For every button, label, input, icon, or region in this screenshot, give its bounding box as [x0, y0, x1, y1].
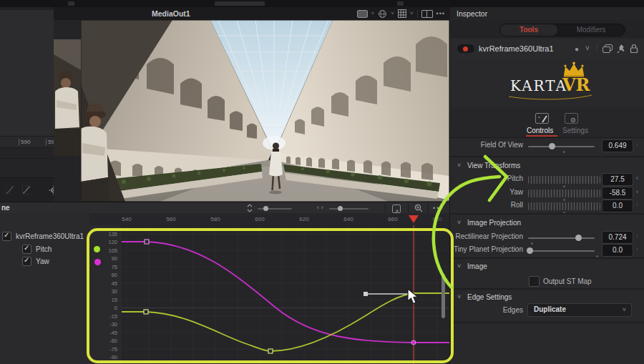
dual-view-icon[interactable]: [421, 10, 433, 18]
axis-label: 105: [108, 247, 117, 254]
chevron-down-icon[interactable]: ˅: [410, 9, 414, 19]
keyframe-prev-icon[interactable]: ‹: [636, 201, 638, 208]
keyframe-prev-icon[interactable]: ‹: [636, 245, 638, 252]
viewer-canvas[interactable]: [81, 20, 449, 202]
tree-item-pitch[interactable]: Pitch: [22, 245, 52, 254]
section-edge-settings[interactable]: ˅ Edge Settings: [450, 292, 644, 303]
checkbox-checked-icon[interactable]: [22, 257, 31, 266]
tiny-planet-slider[interactable]: [528, 250, 595, 252]
spline-value-axis: 135 120 105 90 75 60 45 30 15 0 -15 -30 …: [93, 225, 122, 364]
vertical-zoom-icon[interactable]: [246, 204, 253, 212]
tiny-planet-value[interactable]: 0.0: [602, 244, 633, 257]
divider: [408, 204, 409, 212]
rectilinear-value[interactable]: 0.724: [602, 231, 633, 244]
tab-controls[interactable]: Controls: [527, 127, 553, 134]
output-st-map-checkbox[interactable]: [529, 276, 540, 287]
horizontal-zoom-slider[interactable]: [329, 208, 369, 210]
tree-item-yaw[interactable]: Yaw: [22, 257, 49, 266]
param-label: Field Of View: [450, 141, 523, 149]
sphere-icon[interactable]: [378, 9, 387, 19]
ruler-label: 660: [388, 216, 397, 222]
tab-tools[interactable]: Tools: [500, 24, 557, 36]
vertical-zoom-slider[interactable]: [258, 208, 292, 210]
divider: [417, 10, 418, 18]
section-image-projection[interactable]: ˅ Image Projection: [450, 217, 644, 229]
ruler-label: 680: [432, 216, 441, 222]
logo-word-karta: KARTA: [510, 77, 567, 94]
section-title: Image Projection: [467, 219, 521, 227]
section-view-transforms[interactable]: ˅ View Transforms: [450, 160, 644, 172]
param-label: Yaw: [450, 188, 523, 196]
roll-value[interactable]: 0.0: [602, 200, 633, 212]
copy-settings-icon[interactable]: [602, 44, 613, 53]
inspector-panel: Inspector Tools Modifiers kvrReframe360U…: [449, 7, 644, 364]
roll-thumbwheel[interactable]: [528, 202, 600, 210]
spline-timeline-ruler[interactable]: 540 560 580 600 620 640 660 680: [89, 213, 451, 225]
pin-icon[interactable]: [617, 44, 625, 54]
checkbox-checked-icon[interactable]: [2, 232, 11, 241]
settings-tab-icon[interactable]: [565, 113, 578, 124]
chevron-down-icon[interactable]: ˅: [371, 9, 375, 19]
more-icon[interactable]: •••: [433, 205, 444, 212]
kartavr-logo: KARTA VR: [450, 59, 644, 107]
axis-label: -90: [109, 354, 117, 360]
yaw-value[interactable]: -58.5: [602, 187, 633, 200]
chevron-down-icon: ˅: [623, 306, 626, 313]
axis-label: 75: [112, 264, 117, 270]
param-row-edges: Edges Duplicate ˅: [450, 303, 644, 318]
fit-view-icon[interactable]: [392, 205, 401, 213]
chevron-down-icon[interactable]: ˅: [585, 44, 590, 52]
ruler-label: 580: [210, 216, 220, 222]
davinci-fusion-window: 590 595 MediaOut1 ˅ ˅ ˅ •••: [0, 0, 644, 364]
checkbox-checked-icon[interactable]: [22, 245, 31, 254]
rectilinear-slider[interactable]: [528, 237, 595, 239]
spline-graph[interactable]: [122, 225, 451, 364]
node-header-row: kvrReframe360Ultra1 ● ˅ |: [450, 39, 644, 59]
pitch-thumbwheel[interactable]: [528, 176, 600, 184]
pitch-value[interactable]: 27.5: [602, 173, 633, 186]
logo-swash: [507, 94, 593, 102]
node-enable-toggle[interactable]: [457, 44, 474, 53]
param-row-roll: Roll 0.0 ‹: [450, 199, 644, 212]
chevron-down-icon: ˅: [457, 219, 461, 226]
tree-item-node[interactable]: kvrReframe360Ultra1: [2, 232, 84, 241]
controls-tab-icon[interactable]: [535, 113, 549, 124]
section-divider: [450, 213, 644, 215]
section-title: Image: [467, 262, 487, 270]
keyframe-prev-icon[interactable]: ‹: [636, 188, 638, 195]
layout-icon[interactable]: [357, 10, 368, 18]
param-label: Roll: [450, 201, 523, 209]
keyframe-prev-icon[interactable]: ‹: [636, 174, 638, 182]
window-top-strip: [0, 0, 644, 7]
spline-curve-icon[interactable]: [22, 185, 30, 195]
spline-curve-dim-icon[interactable]: [6, 185, 14, 195]
zoom-region-icon[interactable]: [414, 204, 423, 212]
tab-modifiers[interactable]: Modifiers: [557, 24, 625, 36]
pitch-color-dot: [94, 246, 100, 252]
edges-dropdown[interactable]: Duplicate ˅: [527, 303, 632, 317]
inspector-header: Inspector: [450, 7, 644, 21]
field-of-view-slider[interactable]: [528, 146, 595, 147]
section-image[interactable]: ˅ Image: [450, 261, 644, 272]
chevron-down-icon: ˅: [457, 162, 461, 169]
version-dot-icon[interactable]: ●: [575, 45, 579, 53]
field-of-view-value[interactable]: 0.649: [602, 139, 633, 152]
graph-scrollbar: [441, 274, 445, 318]
keyframe-prev-icon[interactable]: ‹: [636, 232, 638, 240]
keyframe-prev-icon[interactable]: ‹: [636, 141, 638, 148]
yaw-keyframe: [411, 340, 416, 345]
inspector-tabs: Tools Modifiers: [450, 20, 644, 39]
tab-settings[interactable]: Settings: [562, 127, 588, 134]
playhead-marker[interactable]: [409, 215, 419, 223]
param-row-field-of-view: Field Of View 0.649 ‹: [450, 139, 644, 152]
horizontal-zoom-icon[interactable]: ‹ ›: [317, 204, 323, 211]
lock-icon[interactable]: [630, 44, 638, 53]
chevron-down-icon[interactable]: ˅: [391, 9, 394, 19]
param-row-rectilinear: Rectilinear Projection 0.724 ‹: [450, 230, 644, 243]
grid-icon[interactable]: [398, 9, 406, 18]
more-icon[interactable]: •••: [436, 9, 445, 19]
param-label: Tiny Planet Projection: [450, 245, 523, 253]
pitch-keyframe: [144, 310, 148, 314]
controls-settings-tabs: Controls Settings: [450, 107, 644, 138]
yaw-thumbwheel[interactable]: [528, 190, 600, 197]
